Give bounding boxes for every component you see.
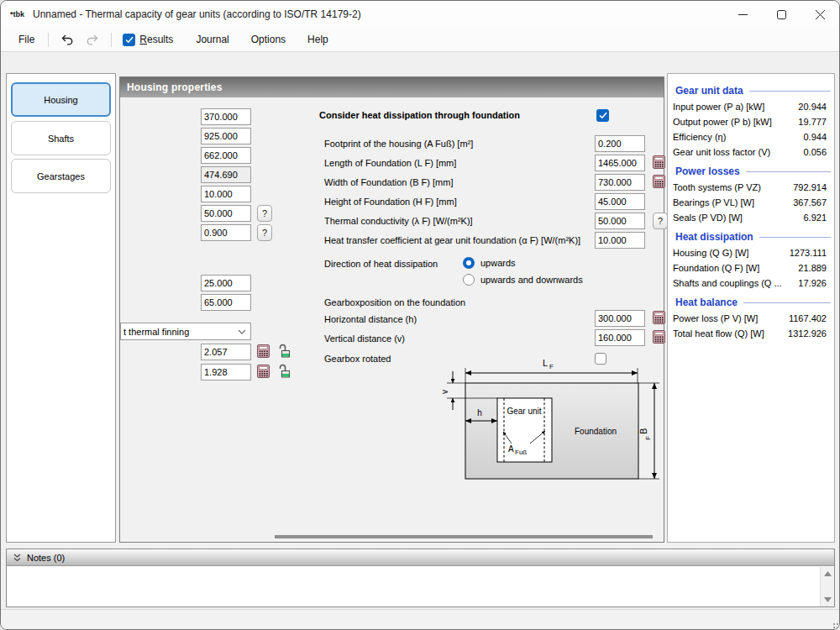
footprint-field[interactable]	[595, 135, 645, 152]
unlock-button[interactable]	[278, 344, 291, 358]
radio-upwards-downwards[interactable]	[463, 274, 475, 286]
heat-coefficient-field-1[interactable]	[201, 344, 251, 360]
panel-header: Housing properties	[120, 77, 664, 97]
collapse-chevrons-icon	[13, 554, 21, 562]
housing-value-field-3[interactable]	[201, 147, 251, 164]
checkmark-icon	[125, 36, 134, 44]
calculator-button[interactable]	[653, 175, 666, 189]
radio-label: upwards and downwards	[480, 271, 583, 288]
result-row: Bearings (P VL) [W]367.567	[668, 195, 834, 210]
result-row: Input power (P a) [kW]20.944	[668, 99, 834, 114]
housing-properties-panel: Housing properties ? ? t thermal finning	[119, 76, 664, 543]
notes-scrollbar[interactable]	[820, 567, 834, 606]
notes-panel: Notes (0)	[6, 549, 835, 607]
sidebar-item-gearstages[interactable]: Gearstages	[11, 159, 111, 193]
field-label: Thermal conductivity (λ F) [W/(m²K)]	[324, 213, 473, 229]
result-row: Foundation (Q F) [W]21.889	[668, 260, 834, 276]
undo-button[interactable]	[58, 31, 76, 48]
field-label: Footprint of the housing (A Fuß) [m²]	[324, 135, 473, 152]
foundation-section-title: Consider heat dissipation through founda…	[319, 107, 520, 123]
menu-results[interactable]: Results	[139, 34, 181, 45]
dim-bf-label: B	[638, 428, 648, 434]
maximize-button[interactable]	[762, 1, 801, 28]
horizontal-scrollbar[interactable]	[275, 535, 653, 538]
unlock-button[interactable]	[278, 364, 291, 378]
sidebar: Housing Shafts Gearstages	[6, 73, 116, 543]
calculator-button[interactable]	[653, 155, 666, 170]
chevron-down-icon	[238, 329, 246, 334]
menu-help[interactable]: Help	[300, 30, 336, 49]
result-row: Housing (Q G) [W]1273.111	[668, 245, 834, 260]
horizontal-distance-field[interactable]	[595, 310, 645, 327]
heat-transfer-coefficient-field[interactable]	[595, 232, 645, 249]
close-button[interactable]	[801, 1, 839, 28]
housing-value-field-9[interactable]	[201, 294, 251, 311]
calculator-icon	[653, 175, 665, 188]
scroll-down-button[interactable]	[821, 593, 834, 606]
title-bar: *tbk Unnamed - Thermal capacity of gear …	[1, 1, 839, 28]
help-button[interactable]: ?	[257, 224, 272, 241]
housing-value-field-5[interactable]	[201, 186, 251, 202]
housing-value-field-4-readonly	[201, 166, 251, 183]
calculator-icon	[653, 330, 665, 344]
housing-value-field-2[interactable]	[201, 128, 251, 144]
heat-coefficient-field-2[interactable]	[201, 364, 251, 381]
menu-options[interactable]: Options	[244, 30, 293, 49]
field-label: Height of Foundation (H F) [mm]	[324, 193, 457, 210]
result-row: Gear unit loss factor (V)0.056	[668, 144, 834, 160]
radio-upwards[interactable]	[463, 257, 475, 269]
afuss-label: A	[508, 444, 514, 454]
menu-separator	[111, 33, 112, 47]
calculator-button[interactable]	[257, 365, 270, 379]
result-row: Tooth systems (P VZ)792.914	[668, 180, 834, 195]
notes-header[interactable]: Notes (0)	[7, 549, 834, 566]
undo-icon	[60, 34, 74, 45]
triangle-down-icon	[824, 597, 832, 602]
result-row: Power loss (P V) [W]1167.402	[668, 311, 834, 326]
calculator-button[interactable]	[653, 330, 666, 344]
app-logo-icon: *tbk	[10, 10, 24, 18]
field-label: Width of Foundation (B F) [mm]	[324, 174, 453, 191]
thermal-finning-dropdown[interactable]: t thermal finning	[120, 323, 251, 340]
field-label: Vertical distance (v)	[324, 330, 405, 347]
minimize-button[interactable]	[723, 1, 762, 28]
sidebar-item-housing[interactable]: Housing	[11, 82, 111, 117]
foundation-width-field[interactable]	[595, 174, 645, 191]
sidebar-item-shafts[interactable]: Shafts	[11, 121, 111, 155]
calculator-button[interactable]	[653, 311, 666, 325]
foundation-length-field[interactable]	[595, 155, 645, 171]
maximize-icon	[777, 10, 786, 19]
menu-separator	[48, 33, 49, 47]
resize-grip[interactable]	[833, 623, 835, 625]
help-button[interactable]: ?	[257, 205, 272, 222]
minimize-icon	[738, 10, 748, 19]
results-checkbox[interactable]	[123, 34, 135, 46]
results-section-header: Heat dissipation	[668, 231, 834, 243]
housing-value-field-7[interactable]	[201, 224, 251, 241]
calculator-icon	[653, 311, 665, 324]
scroll-up-button[interactable]	[821, 567, 834, 580]
dropdown-value: t thermal finning	[121, 327, 238, 337]
housing-value-field-6[interactable]	[201, 205, 251, 222]
menu-file[interactable]: File	[11, 30, 42, 49]
calculator-button[interactable]	[257, 344, 270, 359]
field-label: Heat transfer coefficient at gear unit f…	[324, 232, 580, 249]
notes-content[interactable]	[7, 567, 834, 606]
direction-label: Direction of heat dissipation	[324, 255, 438, 272]
app-window: *tbk Unnamed - Thermal capacity of gear …	[0, 0, 840, 630]
result-row: Output power (P b) [kW]19.777	[668, 114, 834, 129]
foundation-checkbox[interactable]	[596, 109, 609, 122]
result-row: Seals (P VD) [W]6.921	[668, 210, 834, 225]
menu-journal[interactable]: Journal	[188, 30, 236, 49]
housing-value-field-1[interactable]	[201, 108, 251, 125]
foundation-height-field[interactable]	[595, 193, 645, 210]
redo-button[interactable]	[83, 31, 102, 48]
vertical-distance-field[interactable]	[595, 329, 645, 346]
housing-value-field-8[interactable]	[201, 275, 251, 291]
thermal-conductivity-field[interactable]	[595, 213, 645, 229]
foundation-label: Foundation	[575, 427, 617, 436]
dim-lf-label: L	[543, 358, 548, 368]
field-label: Length of Foundation (L F) [mm]	[324, 155, 456, 171]
help-button[interactable]: ?	[653, 213, 668, 229]
dim-h-label: h	[477, 408, 482, 417]
